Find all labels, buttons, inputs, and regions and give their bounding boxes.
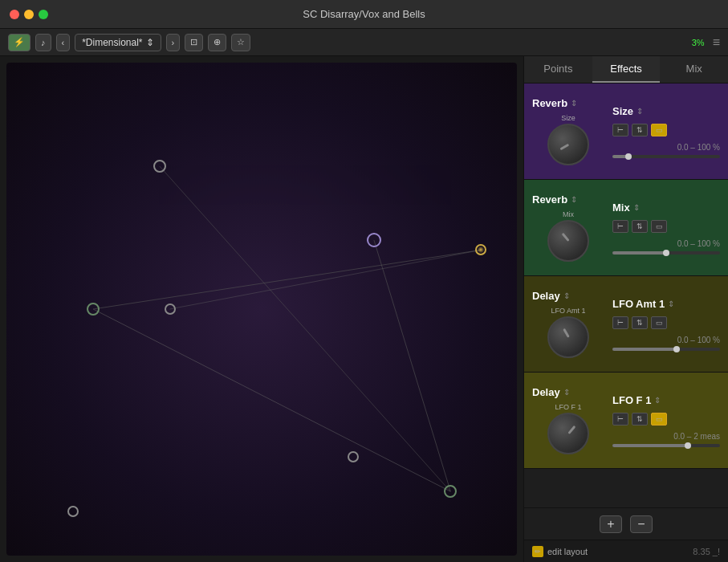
toolbar: ⚡ ♪ ‹ *Dimensional* ⇕ › ⊡ ⊕ ☆ 3% ≡ bbox=[0, 29, 728, 56]
canvas-lines bbox=[6, 63, 517, 556]
canvas-point-6[interactable] bbox=[444, 485, 457, 498]
knob-label-3: LFO Amt 1 bbox=[551, 307, 585, 315]
knob-label-4: LFO F 1 bbox=[555, 403, 581, 411]
zoom-button[interactable]: ⊕ bbox=[208, 34, 226, 51]
slider-thumb-2[interactable] bbox=[663, 250, 669, 256]
canvas-point-4[interactable] bbox=[367, 233, 381, 247]
tab-mix[interactable]: Mix bbox=[660, 56, 728, 83]
star-button[interactable]: ☆ bbox=[231, 34, 250, 51]
effect-arrow-3[interactable]: ⇕ bbox=[563, 291, 570, 300]
effect-right-2: Mix ⇕ ⊢ ⇅ ▭ 0.0 – 100 % bbox=[604, 202, 720, 255]
delay-lfoamt-knob[interactable] bbox=[547, 316, 589, 358]
patch-name[interactable]: *Dimensional* ⇕ bbox=[75, 34, 161, 51]
slider-1[interactable] bbox=[612, 155, 720, 158]
power-button[interactable]: ⚡ bbox=[8, 34, 31, 51]
canvas-point-5[interactable] bbox=[475, 244, 486, 255]
slider-2[interactable] bbox=[612, 251, 720, 255]
close-button[interactable] bbox=[10, 10, 19, 19]
tab-points[interactable]: Points bbox=[524, 56, 592, 83]
mini-btn-1a[interactable]: ⊢ bbox=[612, 124, 628, 136]
effect-right-header-4: LFO F 1 ⇕ bbox=[612, 394, 720, 406]
mini-btn-4a[interactable]: ⊢ bbox=[612, 413, 628, 426]
effect-arrow-2[interactable]: ⇕ bbox=[571, 195, 577, 204]
remove-effect-button[interactable]: − bbox=[630, 515, 653, 533]
effect-row-reverb-mix: Reverb ⇕ Mix Mix ⇕ ⊢ ⇅ bbox=[524, 180, 728, 276]
record-button[interactable]: ⊡ bbox=[185, 34, 203, 51]
effect-header-1: Reverb ⇕ bbox=[532, 97, 604, 109]
slider-4[interactable] bbox=[612, 444, 720, 447]
effect-plugin-4: Delay bbox=[532, 386, 560, 398]
mini-btn-2a[interactable]: ⊢ bbox=[612, 220, 628, 233]
effect-left-reverb-mix: Reverb ⇕ Mix bbox=[532, 193, 604, 262]
slider-fill-2 bbox=[612, 251, 666, 255]
param-name-3: LFO Amt 1 bbox=[612, 298, 665, 310]
svg-line-2 bbox=[160, 166, 451, 491]
canvas-point-2[interactable] bbox=[165, 303, 176, 315]
range-text-4: 0.0 – 2 meas bbox=[612, 432, 720, 441]
midi-button[interactable]: ♪ bbox=[35, 34, 51, 51]
effect-arrow-4[interactable]: ⇕ bbox=[563, 388, 570, 397]
canvas-point-1[interactable] bbox=[153, 160, 166, 173]
effect-right-4: LFO F 1 ⇕ ⊢ ⇅ ▭ 0.0 – 2 meas bbox=[604, 394, 720, 447]
mini-btn-1b[interactable]: ⇅ bbox=[632, 124, 648, 136]
knob-container-4: LFO F 1 bbox=[547, 403, 589, 454]
title-bar: SC Disarray/Vox and Bells bbox=[0, 0, 728, 29]
param-arrow-1[interactable]: ⇕ bbox=[636, 107, 643, 116]
effect-row-delay-lfof: Delay ⇕ LFO F 1 LFO F 1 ⇕ ⊢ ⇅ bbox=[524, 373, 728, 469]
param-arrow-4[interactable]: ⇕ bbox=[654, 396, 661, 405]
forward-button[interactable]: › bbox=[166, 34, 181, 51]
mini-btn-3c[interactable]: ▭ bbox=[651, 316, 667, 329]
maximize-button[interactable] bbox=[39, 10, 48, 19]
slider-thumb-1[interactable] bbox=[625, 153, 632, 160]
param-name-4: LFO F 1 bbox=[612, 394, 651, 406]
effect-left-reverb-size: Reverb ⇕ Size bbox=[532, 97, 604, 165]
patch-name-text: *Dimensional* bbox=[82, 37, 142, 48]
tab-effects[interactable]: Effects bbox=[592, 56, 661, 83]
back-button[interactable]: ‹ bbox=[56, 34, 71, 51]
effect-right-header-1: Size ⇕ bbox=[612, 105, 720, 117]
tabs: Points Effects Mix bbox=[524, 56, 728, 83]
slider-fill-4 bbox=[612, 444, 688, 447]
version-text: 8.35 _! bbox=[693, 547, 720, 556]
slider-thumb-3[interactable] bbox=[673, 346, 680, 352]
menu-icon[interactable]: ≡ bbox=[713, 35, 720, 50]
param-name-2: Mix bbox=[612, 202, 630, 214]
knob-container-2: Mix bbox=[547, 210, 589, 262]
canvas-area[interactable] bbox=[6, 63, 517, 556]
param-arrow-3[interactable]: ⇕ bbox=[668, 299, 674, 308]
mini-btn-1c[interactable]: ▭ bbox=[651, 124, 667, 136]
mini-controls-2: ⊢ ⇅ ▭ bbox=[612, 220, 720, 233]
mini-btn-2b[interactable]: ⇅ bbox=[632, 220, 648, 233]
edit-layout-button[interactable]: ✏ edit layout bbox=[532, 546, 588, 557]
knob-container-1: Size bbox=[547, 114, 589, 165]
effect-arrow-1[interactable]: ⇕ bbox=[571, 99, 577, 108]
slider-3[interactable] bbox=[612, 348, 720, 351]
canvas-point-8[interactable] bbox=[67, 506, 79, 517]
effect-plugin-3: Delay bbox=[532, 290, 560, 302]
svg-line-1 bbox=[374, 240, 450, 491]
effect-row-reverb-size: Reverb ⇕ Size Size ⇕ ⊢ ⇅ bbox=[524, 83, 728, 180]
effect-right-header-2: Mix ⇕ bbox=[612, 202, 720, 214]
add-effect-button[interactable]: + bbox=[600, 515, 622, 533]
svg-line-4 bbox=[170, 250, 482, 309]
canvas-point-7[interactable] bbox=[348, 451, 359, 462]
effect-row-delay-lfoamt: Delay ⇕ LFO Amt 1 LFO Amt 1 ⇕ ⊢ bbox=[524, 276, 728, 373]
mini-btn-4b[interactable]: ⇅ bbox=[632, 413, 648, 426]
effect-header-4: Delay ⇕ bbox=[532, 386, 604, 398]
delay-lfof-knob[interactable] bbox=[547, 413, 589, 454]
edit-icon: ✏ bbox=[532, 546, 543, 557]
patch-arrow-icon: ⇕ bbox=[146, 37, 154, 48]
reverb-size-knob[interactable] bbox=[547, 124, 589, 165]
mini-btn-3b[interactable]: ⇅ bbox=[632, 316, 648, 329]
edit-layout-label: edit layout bbox=[547, 547, 588, 556]
slider-thumb-4[interactable] bbox=[685, 442, 691, 449]
effect-left-delay-lfoamt: Delay ⇕ LFO Amt 1 bbox=[532, 290, 604, 358]
canvas-point-3[interactable] bbox=[87, 303, 100, 316]
mini-btn-4c[interactable]: ▭ bbox=[651, 413, 667, 426]
reverb-mix-knob[interactable] bbox=[547, 220, 589, 262]
param-arrow-2[interactable]: ⇕ bbox=[633, 203, 640, 212]
right-panel: Points Effects Mix Reverb ⇕ Size bbox=[523, 56, 728, 562]
mini-btn-3a[interactable]: ⊢ bbox=[612, 316, 628, 329]
mini-btn-2c[interactable]: ▭ bbox=[651, 220, 667, 233]
minimize-button[interactable] bbox=[24, 10, 34, 19]
